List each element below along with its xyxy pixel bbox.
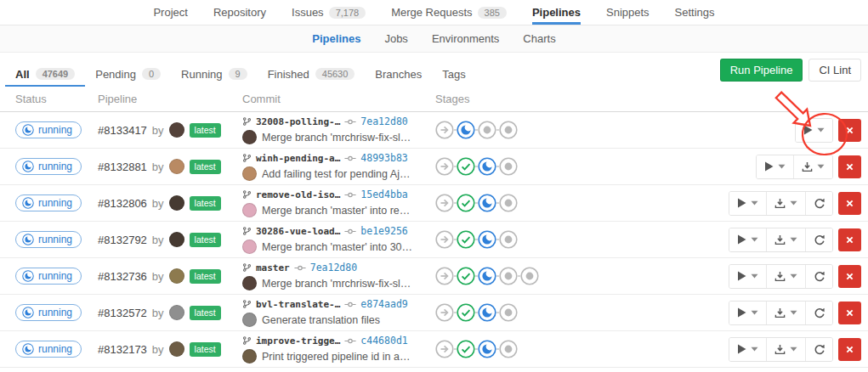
pipeline-link[interactable]: #8132792 (98, 234, 147, 246)
status-badge-running[interactable]: running (15, 341, 82, 358)
commit-message-link[interactable]: Merge branch 'mrchrisw-fix-sl… (262, 278, 411, 290)
nav-item-merge-requests[interactable]: Merge Requests 385 (391, 0, 507, 25)
status-badge-running[interactable]: running (15, 158, 82, 175)
branch-link[interactable]: 30286-vue-load… (256, 226, 340, 237)
tab-branches[interactable]: Branches (365, 58, 432, 87)
user-avatar[interactable] (169, 268, 184, 284)
stage-icon-running[interactable] (478, 303, 496, 322)
play-dropdown-button[interactable] (729, 228, 766, 251)
pipeline-link[interactable]: #8132881 (98, 161, 147, 173)
play-dropdown-button[interactable] (729, 265, 766, 288)
cancel-pipeline-button[interactable] (838, 119, 861, 142)
user-avatar[interactable] (169, 232, 184, 247)
commit-sha-link[interactable]: 15ed4bba (360, 189, 407, 200)
nav-item-pipelines[interactable]: Pipelines (532, 0, 581, 25)
user-avatar[interactable] (169, 122, 184, 138)
stage-icon-skipped[interactable] (435, 267, 454, 285)
user-avatar[interactable] (169, 341, 184, 357)
artifacts-dropdown-button[interactable] (766, 338, 805, 361)
ci-lint-button[interactable]: CI Lint (808, 59, 861, 82)
stage-icon-created[interactable] (520, 267, 539, 285)
commit-message-link[interactable]: Generate translation files (262, 314, 380, 326)
nav-item-issues[interactable]: Issues 7,178 (292, 0, 366, 25)
pipeline-link[interactable]: #8132736 (98, 270, 147, 283)
nav-item-project[interactable]: Project (153, 0, 187, 25)
commit-message-link[interactable]: Merge branch 'master' into re… (262, 205, 410, 217)
retry-pipeline-button[interactable] (805, 302, 832, 324)
stage-icon-running[interactable] (457, 121, 475, 139)
retry-pipeline-button[interactable] (805, 192, 832, 215)
pipeline-link[interactable]: #8132572 (98, 307, 147, 319)
retry-pipeline-button[interactable] (805, 338, 832, 361)
tab-finished[interactable]: Finished 45630 (258, 58, 366, 87)
commit-message-link[interactable]: Merge branch 'mrchrisw-fix-sl… (262, 132, 411, 144)
run-pipeline-button[interactable]: Run Pipeline (720, 59, 803, 82)
nav-item-repository[interactable]: Repository (213, 0, 266, 25)
cancel-pipeline-button[interactable] (838, 302, 861, 324)
branch-link[interactable]: remove-old-iso… (256, 189, 340, 200)
user-avatar[interactable] (169, 159, 184, 174)
commit-author-avatar[interactable] (242, 203, 257, 217)
stage-icon-running[interactable] (478, 230, 496, 249)
commit-sha-link[interactable]: e874aad9 (360, 298, 407, 310)
commit-message-link[interactable]: Merge branch 'master' into 30… (262, 241, 412, 253)
status-badge-running[interactable]: running (15, 304, 82, 321)
subnav-item-pipelines[interactable]: Pipelines (312, 32, 360, 45)
stage-icon-created[interactable] (499, 340, 518, 358)
user-avatar[interactable] (169, 305, 184, 320)
branch-link[interactable]: winh-pending-a… (256, 153, 340, 164)
stage-icon-created[interactable] (499, 157, 518, 176)
commit-author-avatar[interactable] (242, 166, 257, 181)
commit-author-avatar[interactable] (242, 276, 257, 290)
stage-icon-success[interactable] (457, 340, 475, 358)
retry-pipeline-button[interactable] (805, 265, 832, 288)
commit-author-avatar[interactable] (242, 240, 257, 254)
stage-icon-skipped[interactable] (435, 340, 454, 358)
subnav-item-charts[interactable]: Charts (523, 32, 555, 45)
stage-icon-running[interactable] (478, 157, 496, 176)
stage-icon-skipped[interactable] (435, 303, 454, 322)
artifacts-dropdown-button[interactable] (766, 228, 805, 251)
play-dropdown-button[interactable] (757, 155, 793, 178)
branch-link[interactable]: improve-trigge… (256, 335, 340, 347)
artifacts-dropdown-button[interactable] (793, 155, 832, 178)
stage-icon-created[interactable] (499, 230, 518, 249)
stage-icon-skipped[interactable] (435, 230, 454, 249)
stage-icon-created[interactable] (499, 267, 518, 285)
subnav-item-jobs[interactable]: Jobs (384, 32, 407, 45)
stage-icon-created[interactable] (499, 121, 518, 139)
artifacts-dropdown-button[interactable] (766, 265, 805, 288)
user-avatar[interactable] (169, 195, 184, 211)
stage-icon-skipped[interactable] (435, 194, 454, 212)
stage-icon-success[interactable] (457, 230, 475, 249)
tab-all[interactable]: All 47649 (5, 58, 85, 87)
artifacts-dropdown-button[interactable] (766, 192, 805, 215)
stage-icon-created[interactable] (499, 194, 518, 212)
stage-icon-running[interactable] (478, 340, 496, 358)
stage-icon-skipped[interactable] (435, 157, 454, 176)
tab-running[interactable]: Running 9 (171, 58, 258, 87)
stage-icon-skipped[interactable] (435, 121, 454, 139)
commit-message-link[interactable]: Add failing test for pending Aj… (262, 168, 410, 180)
stage-icon-success[interactable] (457, 157, 475, 176)
stage-icon-running[interactable] (478, 194, 496, 212)
pipeline-link[interactable]: #8133417 (98, 124, 147, 137)
stage-icon-created[interactable] (499, 303, 518, 322)
stage-icon-success[interactable] (457, 267, 475, 285)
play-dropdown-button[interactable] (729, 338, 766, 361)
cancel-pipeline-button[interactable] (838, 338, 861, 361)
commit-author-avatar[interactable] (242, 313, 257, 327)
commit-sha-link[interactable]: c44680d1 (360, 335, 407, 347)
stage-icon-success[interactable] (457, 194, 475, 212)
play-dropdown-button[interactable] (729, 302, 766, 324)
commit-sha-link[interactable]: be1e9256 (360, 225, 407, 237)
status-badge-running[interactable]: running (15, 268, 82, 285)
play-dropdown-button[interactable] (796, 119, 832, 142)
cancel-pipeline-button[interactable] (838, 228, 861, 251)
branch-link[interactable]: 32008-polling-… (256, 116, 340, 127)
status-badge-running[interactable]: running (15, 121, 82, 138)
tab-pending[interactable]: Pending 0 (85, 58, 171, 87)
pipeline-link[interactable]: #8132173 (98, 343, 147, 356)
status-badge-running[interactable]: running (15, 194, 82, 211)
cancel-pipeline-button[interactable] (838, 192, 861, 215)
